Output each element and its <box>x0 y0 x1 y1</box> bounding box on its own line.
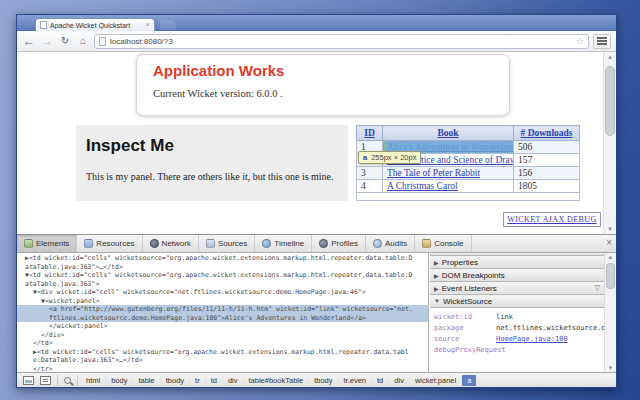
devtools-tab[interactable]: Elements <box>17 235 77 252</box>
cell-id: 4 <box>357 180 383 193</box>
disclosure-triangle-icon[interactable]: ▶ <box>434 272 439 279</box>
devtools-tab-icon <box>84 239 93 248</box>
property-value[interactable]: net.ftlines.wicketsource.demo <box>496 323 604 334</box>
divider <box>77 375 78 386</box>
tooltip-tag: a <box>363 153 367 162</box>
property-value[interactable]: link <box>496 312 513 323</box>
wicketsource-pane: wicket:id link package net.ftlines.wicke… <box>430 308 604 356</box>
property-key: debugProxyRequest <box>434 345 496 356</box>
devtools-tab[interactable]: Console <box>415 235 471 252</box>
book-link[interactable]: A Christmas Carol <box>387 181 458 191</box>
url-text[interactable]: localhost:8080/?3 <box>110 37 572 46</box>
breadcrumb-item[interactable]: body <box>106 375 133 386</box>
devtools-tab-label: Profiles <box>331 239 358 248</box>
chrome-menu-button[interactable] <box>593 34 611 49</box>
devtools-tab[interactable]: Network <box>143 235 199 252</box>
dom-tree-line[interactable]: </wicket:panel> <box>17 322 428 331</box>
devtools-tab[interactable]: Sources <box>199 235 255 252</box>
tab-close-icon[interactable]: × <box>145 21 150 29</box>
dom-tree-line[interactable]: </td> <box>17 339 428 348</box>
dom-tree-line[interactable]: ▼<div wicket:id="cell" wicketsource="net… <box>17 288 428 297</box>
wicketsource-row: debugProxyRequest <box>434 345 602 356</box>
scrollbar-thumb[interactable] <box>605 66 615 136</box>
devtools-tab-label: Timeline <box>274 239 304 248</box>
elements-tree: ▶<td wicket:id="cells" wicketsource="org… <box>17 253 429 372</box>
sidebar-scrollbar-thumb[interactable] <box>606 263 615 289</box>
devtools-tab[interactable]: Profiles <box>312 235 366 252</box>
header-downloads[interactable]: # Downloads <box>514 126 580 141</box>
cell-id: 3 <box>357 167 383 180</box>
devtools-tab-bar: Elements Resources Network Sources Timel… <box>17 235 616 253</box>
table-header-row: ID Book # Downloads <box>357 126 580 141</box>
dock-side-icon[interactable] <box>23 376 34 385</box>
breadcrumb-item[interactable]: tbody <box>309 375 338 386</box>
property-value[interactable]: HomePage.java:100 <box>496 334 568 345</box>
dom-tree-line[interactable]: </div> <box>17 331 428 340</box>
header-id[interactable]: ID <box>357 126 383 141</box>
sidebar-section-label: WicketSource <box>443 297 492 306</box>
disclosure-triangle-icon[interactable]: ▶ <box>434 285 439 292</box>
scroll-up-icon[interactable]: ▲ <box>604 54 616 60</box>
breadcrumb-item[interactable]: td <box>372 375 389 386</box>
breadcrumb-item[interactable]: tbody <box>161 375 190 386</box>
new-tab-button[interactable] <box>160 20 176 30</box>
breadcrumb-item[interactable]: a <box>462 375 476 386</box>
page-viewport: Application Works Current Wicket version… <box>17 52 616 234</box>
devtools-tab[interactable]: Timeline <box>255 235 312 252</box>
bookmark-star-icon[interactable]: ☆ <box>576 36 584 46</box>
address-bar[interactable]: localhost:8080/?3 ☆ <box>94 34 589 49</box>
breadcrumb-item[interactable]: table <box>133 375 160 386</box>
header-book[interactable]: Book <box>383 126 514 141</box>
dom-tree-line[interactable]: <a href="http://www.gutenberg.org/files/… <box>17 305 428 322</box>
home-button[interactable]: ⌂ <box>76 35 90 47</box>
title-bar[interactable]: Apache Wicket Quickstart × <box>17 15 616 31</box>
back-button[interactable]: ← <box>22 35 36 47</box>
inspect-element-icon[interactable] <box>64 377 71 384</box>
browser-tab[interactable]: Apache Wicket Quickstart × <box>35 18 155 31</box>
disclosure-triangle-icon[interactable]: ▼ <box>434 298 440 304</box>
scroll-down-icon[interactable]: ▼ <box>604 226 616 232</box>
sidebar-scrollbar[interactable]: ▲ ▼ <box>604 253 616 372</box>
wicket-version-text: Current Wicket version: 6.0.0 . <box>153 88 283 99</box>
devtools-close-icon[interactable]: × <box>606 237 612 248</box>
wicketsource-row: wicket:id link <box>434 312 602 323</box>
dom-tree-line[interactable]: </tr> <box>17 365 428 373</box>
book-link[interactable]: The Tale of Peter Rabbit <box>387 168 480 178</box>
sidebar-scroll-down-icon[interactable]: ▼ <box>605 365 616 371</box>
breadcrumb-item[interactable]: div <box>389 375 410 386</box>
application-works-card: Application Works Current Wicket version… <box>136 54 510 116</box>
devtools-panel: Elements Resources Network Sources Timel… <box>17 234 616 387</box>
page-scrollbar[interactable]: ▲ ▼ <box>603 52 616 234</box>
sidebar-section-header[interactable]: ▶ Properties <box>430 256 604 269</box>
dom-tree-line[interactable]: ▶<td wicket:id="cells" wicketsource="org… <box>17 348 428 365</box>
console-drawer-icon[interactable] <box>40 376 51 385</box>
dom-tree-line[interactable]: ▼<td wicket:id="cells" wicketsource="org… <box>17 271 428 288</box>
browser-window: Apache Wicket Quickstart × ← → ↻ ⌂ local… <box>16 14 617 388</box>
browser-toolbar: ← → ↻ ⌂ localhost:8080/?3 ☆ <box>17 31 616 52</box>
dom-tree-line[interactable]: ▼<wicket:panel> <box>17 297 428 306</box>
elements-sidebar: ▶ Properties ▶ DOM Breakpoints ▶ Event L… <box>430 253 604 372</box>
devtools-tab[interactable]: Audits <box>366 235 415 252</box>
dom-tree-line[interactable]: ▶<td wicket:id="cells" wicketsource="org… <box>17 254 428 271</box>
breadcrumb-item[interactable]: tr <box>190 375 206 386</box>
breadcrumb-item[interactable]: wicket:panel <box>410 375 462 386</box>
sidebar-section-header[interactable]: ▶ DOM Breakpoints <box>430 269 604 282</box>
devtools-tab-icon <box>24 239 33 248</box>
sidebar-section-header[interactable]: ▼ WicketSource <box>430 295 604 308</box>
disclosure-triangle-icon[interactable]: ▶ <box>434 259 439 266</box>
breadcrumb-item[interactable]: table#bookTable <box>244 375 310 386</box>
devtools-tab-label: Sources <box>218 239 247 248</box>
breadcrumb-item[interactable]: html <box>81 375 106 386</box>
wicket-ajax-debug-button[interactable]: WICKET AJAX DEBUG <box>503 212 601 227</box>
forward-button[interactable]: → <box>40 35 54 47</box>
devtools-tab[interactable]: Resources <box>77 235 142 252</box>
sidebar-section-header[interactable]: ▶ Event Listeners ▽ <box>430 282 604 295</box>
breadcrumb-item[interactable]: div <box>223 375 244 386</box>
filter-icon[interactable]: ▽ <box>595 284 600 292</box>
sidebar-scroll-up-icon[interactable]: ▲ <box>605 254 616 260</box>
reload-button[interactable]: ↻ <box>58 35 72 47</box>
breadcrumb-item[interactable]: td <box>206 375 223 386</box>
devtools-tab-icon <box>319 239 328 248</box>
devtools-tab-label: Network <box>162 239 191 248</box>
breadcrumb-item[interactable]: tr.even <box>339 375 373 386</box>
